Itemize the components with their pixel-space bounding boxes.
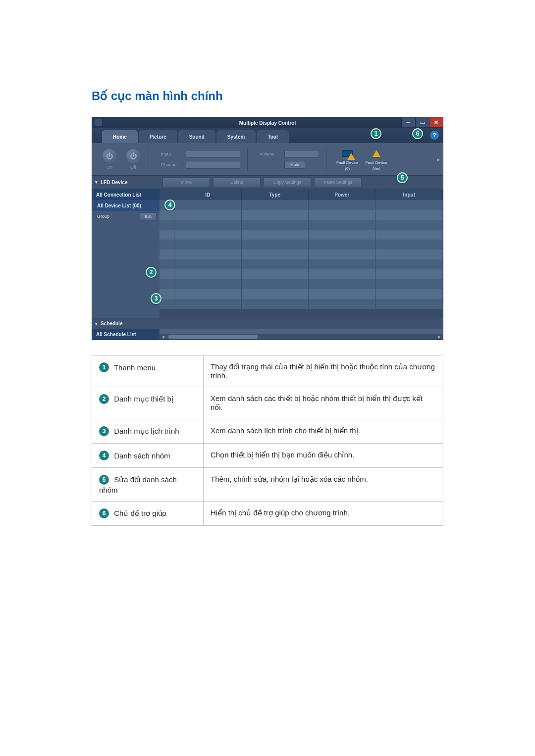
- table-row[interactable]: [160, 220, 443, 230]
- glossary-label: Thanh menu: [112, 363, 156, 372]
- input-label: Input: [161, 151, 183, 156]
- scroll-right-icon[interactable]: ▸: [436, 334, 443, 340]
- toolbar: ⏻ On ⏻ Off Input Channel: [92, 143, 443, 175]
- callout-4: 4: [164, 200, 175, 210]
- all-device-list-item[interactable]: All Device List (00): [92, 200, 160, 211]
- glossary-description: Chọn thiết bị hiển thị bạn muốn điều chỉ…: [204, 444, 443, 468]
- lfd-device-section[interactable]: LFD Device: [95, 180, 160, 185]
- copy-settings-button[interactable]: Copy Settings: [264, 177, 311, 187]
- glossary-row: 4 Danh sách nhómChọn thiết bị hiển thị b…: [92, 444, 443, 468]
- help-icon[interactable]: ?: [430, 131, 439, 140]
- fault-line2: Alert: [372, 166, 380, 171]
- number-badge: 5: [99, 475, 109, 485]
- glossary-description: Thay đổi trạng thái của thiết bị hiển th…: [204, 355, 443, 387]
- fault-device-count[interactable]: Fault Device (0): [336, 148, 358, 171]
- table-row[interactable]: [160, 240, 443, 250]
- table-row[interactable]: [160, 200, 443, 210]
- table-row[interactable]: [160, 279, 443, 289]
- panel-controls-row: LFD Device Move Delete Copy Settings Pas…: [92, 175, 443, 189]
- scroll-left-icon[interactable]: ◂: [160, 334, 166, 340]
- delete-button[interactable]: Delete: [213, 177, 261, 187]
- glossary-label: Chủ đề trợ giúp: [112, 509, 166, 517]
- edit-button[interactable]: Edit: [140, 212, 157, 220]
- separator: [247, 148, 248, 171]
- fault-group: Fault Device (0) Fault Device Alert: [336, 148, 387, 171]
- table-row[interactable]: [160, 230, 443, 240]
- glossary-row: 1 Thanh menuThay đổi trạng thái của thiế…: [92, 355, 443, 387]
- glossary-row: 5 Sửa đổi danh sách nhómThêm, chỉnh sửa,…: [92, 468, 443, 502]
- titlebar: Multiple Display Control ─ ▭ ✕: [92, 117, 443, 128]
- number-badge: 1: [99, 362, 109, 372]
- tab-sound[interactable]: Sound: [178, 130, 215, 143]
- input-dropdown[interactable]: [186, 150, 240, 158]
- glossary-description: Xem danh sách các thiết bị hoặc nhóm thi…: [204, 387, 443, 419]
- col-type[interactable]: Type: [242, 189, 309, 200]
- paste-settings-button[interactable]: Paste Settings: [314, 177, 362, 187]
- table-row[interactable]: [160, 299, 443, 309]
- glossary-description: Thêm, chỉnh sửa, nhóm lại hoặc xóa các n…: [204, 468, 443, 502]
- col-input[interactable]: Input: [376, 189, 443, 200]
- main-tabbar: Home Picture Sound System Tool ?: [92, 128, 443, 143]
- number-badge: 6: [99, 508, 109, 518]
- close-button[interactable]: ✕: [429, 117, 443, 127]
- glossary-description: Hiển thị chủ đề trợ giúp cho chương trìn…: [204, 501, 443, 525]
- group-label: Group: [97, 214, 109, 219]
- table-row[interactable]: [160, 289, 443, 299]
- horizontal-scrollbar[interactable]: ◂ ▸: [160, 334, 443, 340]
- power-off-button[interactable]: ⏻ Off: [125, 149, 142, 170]
- tab-system[interactable]: System: [216, 130, 256, 143]
- callout-1: 1: [371, 128, 381, 139]
- sidebar: All Connection List All Device List (00)…: [92, 189, 160, 318]
- glossary-row: 3 Danh mục lịch trìnhXem danh sách lịch …: [92, 419, 443, 444]
- app-icon: [95, 119, 102, 126]
- col-check: [160, 189, 174, 200]
- group-row: Group Edit: [92, 211, 160, 222]
- fault-line1: Fault Device: [365, 160, 387, 165]
- table-row[interactable]: [160, 269, 443, 279]
- schedule-body: All Schedule List ◂ ▸: [92, 329, 443, 340]
- number-badge: 2: [99, 394, 109, 404]
- channel-label: Channel: [161, 162, 183, 167]
- mute-button[interactable]: Mute: [284, 161, 305, 169]
- glossary-term: 6 Chủ đề trợ giúp: [92, 501, 204, 525]
- callout-6: 6: [412, 128, 423, 139]
- tab-tool[interactable]: Tool: [257, 130, 288, 143]
- warning-icon: [370, 148, 383, 159]
- app-screenshot: 1 6 5 4 2 3 Multiple Display Control ─ ▭…: [92, 117, 443, 340]
- column-headers: ID Type Power Input: [160, 189, 443, 200]
- separator: [326, 148, 326, 171]
- table-row[interactable]: [160, 210, 443, 220]
- tab-home[interactable]: Home: [102, 130, 138, 143]
- maximize-button[interactable]: ▭: [415, 117, 429, 127]
- channel-stepper[interactable]: [186, 161, 240, 169]
- glossary-term: 5 Sửa đổi danh sách nhóm: [92, 468, 204, 502]
- all-connection-list[interactable]: All Connection List: [92, 189, 160, 200]
- table-row[interactable]: [160, 250, 443, 259]
- glossary-label: Sửa đổi danh sách nhóm: [99, 475, 177, 494]
- scroll-thumb[interactable]: [168, 335, 258, 339]
- schedule-section[interactable]: Schedule: [92, 318, 443, 329]
- table-row[interactable]: [160, 259, 443, 269]
- col-power[interactable]: Power: [309, 189, 376, 200]
- callout-3: 3: [151, 293, 161, 304]
- schedule-content: ◂ ▸: [160, 329, 443, 340]
- all-schedule-list[interactable]: All Schedule List: [92, 329, 160, 340]
- power-on-button[interactable]: ⏻ On: [101, 149, 118, 170]
- volume-input[interactable]: [284, 150, 319, 158]
- col-id[interactable]: ID: [174, 189, 242, 200]
- toolbar-more-icon[interactable]: ▸: [437, 156, 440, 163]
- number-badge: 3: [99, 426, 109, 436]
- tab-picture[interactable]: Picture: [139, 130, 177, 143]
- device-table-rows: [160, 200, 443, 318]
- fault-line1: Fault Device: [336, 160, 358, 165]
- number-badge: 4: [99, 451, 109, 460]
- volume-label: Volume: [260, 151, 281, 156]
- fault-device-alert[interactable]: Fault Device Alert: [365, 148, 387, 171]
- glossary-label: Danh mục lịch trình: [112, 427, 179, 435]
- glossary-table: 1 Thanh menuThay đổi trạng thái của thiế…: [92, 355, 443, 526]
- content-area: ID Type Power Input: [160, 189, 443, 318]
- monitor-warning-icon: [340, 148, 354, 159]
- minimize-button[interactable]: ─: [401, 117, 415, 127]
- power-off-label: Off: [130, 165, 136, 170]
- move-button[interactable]: Move: [162, 177, 210, 187]
